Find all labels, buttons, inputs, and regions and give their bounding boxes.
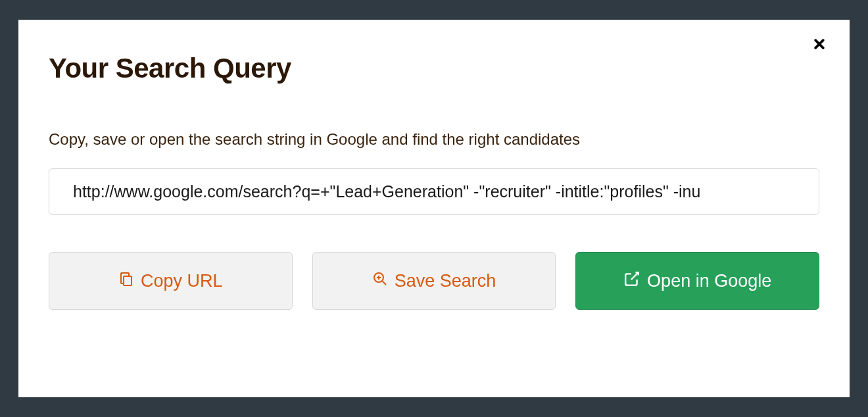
save-search-button[interactable]: Save Search — [312, 252, 556, 310]
external-link-icon — [623, 270, 640, 292]
modal-subtitle: Copy, save or open the search string in … — [49, 130, 819, 149]
search-url-input[interactable] — [49, 168, 819, 215]
save-search-label: Save Search — [395, 271, 496, 291]
svg-rect-2 — [124, 276, 132, 285]
close-icon — [813, 37, 826, 53]
copy-url-button[interactable]: Copy URL — [49, 252, 293, 310]
search-plus-icon — [372, 271, 388, 291]
svg-line-4 — [382, 281, 386, 285]
modal-title: Your Search Query — [49, 53, 819, 84]
open-in-google-label: Open in Google — [647, 271, 771, 291]
search-query-modal: Your Search Query Copy, save or open the… — [18, 20, 850, 397]
copy-url-label: Copy URL — [141, 271, 223, 291]
svg-line-7 — [631, 272, 639, 280]
open-in-google-button[interactable]: Open in Google — [575, 252, 819, 310]
close-button[interactable] — [809, 34, 830, 55]
button-row: Copy URL Save Search Open — [49, 252, 819, 310]
copy-icon — [118, 271, 134, 291]
